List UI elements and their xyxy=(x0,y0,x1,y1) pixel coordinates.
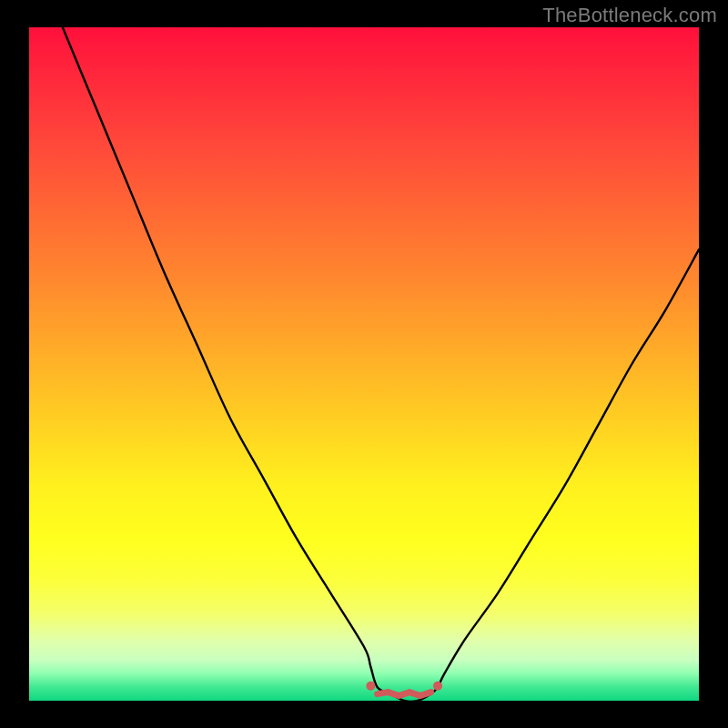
bottom-marker-right-dot xyxy=(433,682,442,691)
chart-svg xyxy=(29,27,699,701)
bottom-marker-segment xyxy=(378,693,431,696)
plot-area xyxy=(29,27,699,701)
watermark-text: TheBottleneck.com xyxy=(542,4,717,27)
chart-frame: TheBottleneck.com xyxy=(0,0,728,728)
bottleneck-curve xyxy=(63,27,699,701)
bottom-marker-left-dot xyxy=(366,682,375,691)
